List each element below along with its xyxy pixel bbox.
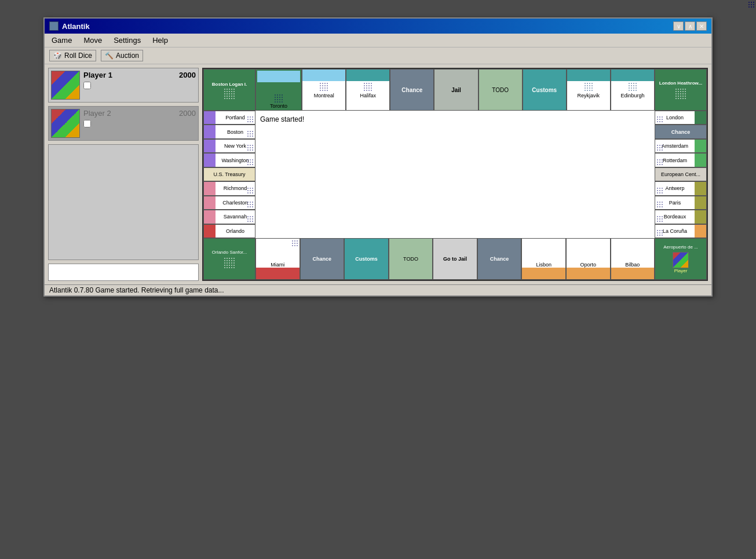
cell-ustreasury: U.S. Treasury: [203, 167, 255, 181]
cell-washington: Washington: [203, 153, 255, 167]
corner-topleft-dots: [224, 88, 235, 100]
board-top-row: Toronto Montreal Halifax: [255, 69, 655, 111]
cell-bilbao: Bilbao: [611, 238, 655, 280]
board-center: Game started!: [255, 111, 655, 238]
left-panel: Player 1 2000 Player 2 2000: [48, 68, 199, 281]
menu-bar: Game Move Settings Help: [45, 34, 711, 48]
window-title: Atlantik: [62, 22, 90, 31]
cell-chance-right: Chance: [655, 125, 707, 138]
player-1-avatar: [51, 71, 80, 100]
cell-portland: Portland: [203, 111, 255, 125]
cell-orlando: Orlando: [203, 224, 255, 238]
cell-savannah: Savannah: [203, 210, 255, 224]
cell-chance-bottom2: Chance: [477, 238, 522, 280]
cell-richmond: Richmond: [203, 181, 255, 195]
chat-input[interactable]: [48, 264, 199, 281]
cell-customs-bottom: Customs: [344, 238, 389, 280]
main-window: Atlantik ∨ ∧ ✕ Game Move Settings Help 🎲…: [43, 17, 713, 297]
auction-button[interactable]: 🔨 Auction: [101, 50, 143, 61]
player-1-money: 2000: [179, 71, 196, 79]
cell-miami: Miami: [255, 238, 300, 280]
cell-chance-top: Chance: [390, 69, 434, 111]
game-log-message: Game started!: [260, 115, 650, 123]
corner-bottomleft: Orlando Sanfor...: [203, 238, 255, 280]
cell-london: London: [655, 111, 707, 125]
cell-gotojail: Go to Jail: [433, 238, 477, 280]
player-1-name: Player 1: [83, 71, 112, 79]
cell-lacoruna: La Coruña: [655, 224, 707, 238]
corner-topright-dots: [675, 88, 686, 100]
cell-customs-top: Customs: [523, 69, 567, 111]
player-2-card: Player 2 2000: [48, 106, 199, 141]
cell-todo-bottom: TODO: [389, 238, 433, 280]
cell-lisbon: Lisbon: [521, 238, 566, 280]
cell-reykjavik: Reykjavik: [567, 69, 611, 111]
roll-dice-label: Roll Dice: [64, 52, 92, 60]
auction-icon: 🔨: [105, 52, 114, 60]
player-1-checkbox[interactable]: [83, 82, 91, 89]
cell-montreal: Montreal: [302, 69, 346, 111]
auction-label: Auction: [116, 52, 139, 60]
cell-antwerp: Antwerp: [655, 181, 707, 195]
board-left-col: Portland Boston New York: [203, 111, 255, 238]
corner-bottomright: Aeropuerto de ... Player: [655, 238, 707, 280]
toolbar: 🎲 Roll Dice 🔨 Auction: [45, 48, 711, 64]
status-bar: Atlantik 0.7.80 Game started. Retrieving…: [45, 284, 711, 295]
game-board: Boston Logan I. Toronto: [202, 68, 708, 281]
cell-todo-top: TODO: [479, 69, 523, 111]
cell-boston: Boston: [203, 125, 255, 138]
cell-charleston: Charleston: [203, 196, 255, 210]
corner-topright: London Heathrow...: [655, 69, 707, 111]
player-2-money: 2000: [179, 109, 196, 118]
roll-dice-button[interactable]: 🎲 Roll Dice: [49, 50, 96, 61]
player-2-name-row: Player 2 2000: [83, 109, 196, 118]
cell-toronto-dots: [274, 94, 283, 103]
title-bar-buttons: ∨ ∧ ✕: [673, 21, 707, 31]
cell-newyork: New York: [203, 139, 255, 153]
player-1-name-row: Player 1 2000: [83, 71, 196, 79]
close-button[interactable]: ✕: [696, 21, 707, 31]
dice-icon: 🎲: [53, 52, 62, 60]
reykjavik-dots: [584, 82, 593, 92]
halifax-dots: [363, 82, 372, 92]
corner-bl-dots: [224, 257, 235, 269]
game-log: Game started!: [255, 111, 655, 238]
corner-topleft: Boston Logan I.: [203, 69, 255, 111]
title-bar-left: Atlantik: [49, 21, 90, 31]
player-2-checkbox[interactable]: [83, 120, 91, 127]
minimize-button[interactable]: ∨: [673, 21, 684, 31]
status-text: Atlantik 0.7.80 Game started. Retrieving…: [49, 286, 224, 294]
cell-amsterdam: Amsterdam: [655, 139, 707, 153]
board-bottom-row: Miami Chance Customs TODO: [255, 238, 655, 280]
cell-chance-bottom: Chance: [300, 238, 345, 280]
cell-toronto: Toronto: [255, 69, 302, 111]
player-2-avatar: [51, 109, 80, 138]
player-2-info: Player 2 2000: [83, 109, 196, 129]
cell-paris: Paris: [655, 196, 707, 210]
menu-move[interactable]: Move: [79, 35, 107, 46]
cell-oporto: Oporto: [566, 238, 611, 280]
cell-jail: Jail: [434, 69, 478, 111]
cell-europeancent: European Cent...: [655, 167, 707, 181]
edinburgh-dots: [628, 82, 637, 92]
board-right-col: London Chance Amsterdam: [655, 111, 707, 238]
cell-bordeaux: Bordeaux: [655, 210, 707, 224]
info-box: [48, 144, 199, 260]
menu-settings[interactable]: Settings: [109, 35, 145, 46]
app-icon: [49, 21, 59, 31]
player-2-name: Player 2: [83, 109, 111, 118]
player-1-info: Player 1 2000: [83, 71, 196, 91]
title-bar: Atlantik ∨ ∧ ✕: [45, 19, 711, 34]
cell-rotterdam: Rotterdam: [655, 153, 707, 167]
main-content: Player 1 2000 Player 2 2000: [45, 64, 711, 284]
player-1-card: Player 1 2000: [48, 68, 199, 103]
maximize-button[interactable]: ∧: [685, 21, 695, 31]
corner-topleft-label: Boston Logan I.: [211, 81, 248, 88]
menu-help[interactable]: Help: [148, 35, 173, 46]
player2-token: [673, 252, 689, 268]
montreal-dots: [319, 82, 328, 92]
menu-game[interactable]: Game: [47, 35, 76, 46]
cell-edinburgh: Edinburgh: [611, 69, 655, 111]
cell-halifax: Halifax: [346, 69, 390, 111]
